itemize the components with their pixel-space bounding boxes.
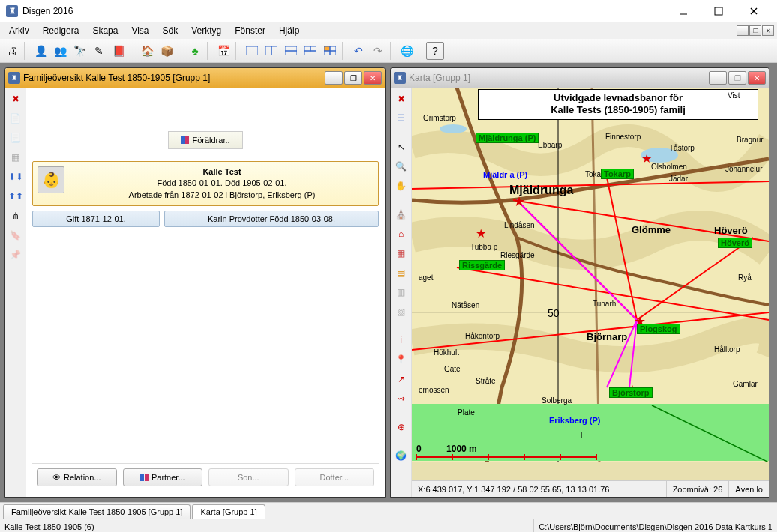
map-grid1-icon[interactable]: ▦ [393, 245, 410, 262]
person-female-icon[interactable]: 👥 [51, 42, 69, 60]
map-delete-icon[interactable]: ✖ [393, 91, 410, 107]
menu-sok[interactable]: Sök [157, 24, 184, 37]
help-icon[interactable]: ? [426, 42, 444, 60]
map-track-icon[interactable]: ⇝ [393, 390, 410, 407]
map-info-icon[interactable]: i [393, 332, 410, 348]
map-zoom-icon[interactable]: 🔍 [393, 158, 410, 175]
vtb-pin-icon[interactable]: 📌 [8, 247, 24, 263]
map-route-icon[interactable]: ↗ [393, 371, 410, 387]
map-pin-icon[interactable]: 📍 [393, 351, 410, 368]
map-grid2-icon[interactable]: ▤ [393, 265, 410, 281]
label-eriksberg-p: Eriksberg (P) [547, 416, 602, 425]
svg-rect-15 [330, 51, 336, 55]
vtb-descendant-icon[interactable]: ⬇⬇ [8, 169, 24, 185]
person-card[interactable]: 👶 Kalle Test Född 1850-01-01. Död 1905-0… [32, 161, 379, 206]
label-bjornarp: Björnarp [584, 331, 629, 342]
toolbar-separator [207, 42, 212, 60]
main-toolbar: 🖨 👤 👥 🔭 ✎ 📕 🏠 📦 ♣ 📅 ↶ ↷ 🌐 ? [0, 39, 777, 63]
edit-icon[interactable]: ✎ [90, 42, 108, 60]
binoculars-icon[interactable]: 🔭 [70, 42, 88, 60]
globe-icon[interactable]: 🌐 [398, 42, 416, 60]
label-hovero-big: Höverö [712, 225, 750, 236]
layout5-icon[interactable] [321, 42, 339, 60]
map-grid3-icon[interactable]: ▥ [393, 284, 410, 300]
svg-rect-14 [324, 51, 330, 55]
mdi-close-button[interactable]: ✕ [762, 25, 774, 36]
vtb-document-icon[interactable]: 📄 [8, 110, 24, 127]
map-church-icon[interactable]: ⛪ [393, 206, 410, 223]
vtb-script-icon[interactable]: 📃 [8, 130, 24, 146]
map-statusbar: X:6 439 017, Y:1 347 192 / 58 02 55.65, … [412, 480, 769, 497]
menu-hjalp[interactable]: Hjälp [273, 24, 305, 37]
map-layers-icon[interactable]: ☰ [393, 110, 410, 127]
map-locate-icon[interactable]: ⊕ [393, 419, 410, 435]
tab-family[interactable]: Familjeöversikt Kalle Test 1850-1905 [Gr… [3, 504, 190, 519]
spouse-cell[interactable]: Karin Provdotter Född 1850-03-08. [164, 211, 379, 227]
mdi-minimize-button[interactable]: _ [736, 25, 748, 36]
map-window-minimize[interactable]: _ [709, 71, 727, 85]
vtb-table-icon[interactable]: ▦ [8, 149, 24, 166]
book-icon[interactable]: 📕 [110, 42, 128, 60]
menu-fonster[interactable]: Fönster [229, 24, 272, 37]
map-hand-icon[interactable]: ✋ [393, 178, 410, 194]
parents-button[interactable]: Föräldrar.. [168, 131, 243, 149]
vtb-tree-icon[interactable]: ⋔ [8, 208, 24, 224]
tab-map[interactable]: Karta [Grupp 1] [192, 504, 265, 519]
app-icon: ♜ [6, 5, 18, 17]
family-window-close[interactable]: ✕ [364, 71, 382, 85]
map-window-maximize[interactable]: ❐ [728, 71, 746, 85]
vtb-bookmark-icon[interactable]: 🔖 [8, 227, 24, 244]
menu-skapa[interactable]: Skapa [86, 24, 124, 37]
marriage-date-cell[interactable]: Gift 1871-12-01. [32, 211, 160, 227]
family-tree-area: Föräldrar.. 👶 Kalle Test Född 1850-01-01… [32, 94, 379, 459]
cube-icon[interactable]: 📦 [158, 42, 176, 60]
layout4-icon[interactable] [302, 42, 320, 60]
minimize-button[interactable] [666, 0, 700, 22]
label-toka: Toka [583, 170, 603, 178]
toolbar-separator [130, 42, 135, 60]
menu-verktyg[interactable]: Verktyg [185, 24, 227, 37]
map-canvas[interactable]: ★ ★ ★ ★ ★ + Utvidgade levnadsbanor för [412, 88, 769, 480]
map-pointer-icon[interactable]: ↖ [393, 139, 410, 155]
map-house-icon[interactable]: ⌂ [393, 226, 410, 242]
menu-visa[interactable]: Visa [125, 24, 154, 37]
family-window-titlebar[interactable]: ♜ Familjeöversikt Kalle Test 1850-1905 [… [5, 68, 385, 88]
map-window-close[interactable]: ✕ [748, 71, 766, 85]
person-photo-icon: 👶 [38, 166, 64, 193]
parents-label: Föräldrar.. [192, 136, 230, 145]
map-window: ♜ Karta [Grupp 1] _ ❐ ✕ ✖ ☰ ↖ 🔍 ✋ ⛪ ⌂ ▦ … [390, 67, 770, 498]
label-plate: Plate [455, 408, 477, 417]
print-icon[interactable]: 🖨 [3, 42, 21, 60]
vtb-ancestor-icon[interactable]: ⬆⬆ [8, 188, 24, 205]
layout3-icon[interactable] [282, 42, 300, 60]
parents-couple-icon [181, 136, 189, 144]
map-coords: X:6 439 017, Y:1 347 192 / 58 02 55.65, … [412, 481, 666, 497]
leaf-icon[interactable]: ♣ [186, 42, 204, 60]
home-icon[interactable]: 🏠 [138, 42, 156, 60]
close-button[interactable] [736, 0, 771, 22]
vtb-delete-icon[interactable]: ✖ [8, 91, 24, 107]
layout1-icon[interactable] [243, 42, 261, 60]
relation-button[interactable]: 👁 Relation... [37, 468, 117, 486]
menu-arkiv[interactable]: Arkiv [3, 24, 35, 37]
map-earth-icon[interactable]: 🌍 [393, 447, 410, 464]
dotter-button[interactable]: Dotter... [295, 468, 375, 486]
map-grid4-icon[interactable]: ▧ [393, 303, 410, 320]
map-heading-1: Utvidgade levnadsbanor för [484, 92, 752, 104]
partner-button[interactable]: Partner... [123, 468, 203, 486]
son-button[interactable]: Son... [208, 468, 289, 486]
maximize-button[interactable] [701, 0, 736, 22]
menu-redigera[interactable]: Redigera [37, 24, 86, 37]
undo-icon[interactable]: ↶ [350, 42, 368, 60]
map-window-titlebar[interactable]: ♜ Karta [Grupp 1] _ ❐ ✕ [391, 68, 769, 88]
redo-icon[interactable]: ↷ [369, 42, 387, 60]
mdi-restore-button[interactable]: ❐ [749, 25, 761, 36]
partner-button-label: Partner... [152, 473, 185, 482]
family-window-maximize[interactable]: ❐ [344, 71, 362, 85]
family-window-minimize[interactable]: _ [325, 71, 343, 85]
layout2-icon[interactable] [262, 42, 280, 60]
person-male-icon[interactable]: 👤 [32, 42, 50, 60]
label-mjaldrunga-p: Mjäldrunga (P) [476, 133, 538, 143]
calendar-icon[interactable]: 📅 [214, 42, 232, 60]
map-window-icon: ♜ [394, 72, 406, 84]
